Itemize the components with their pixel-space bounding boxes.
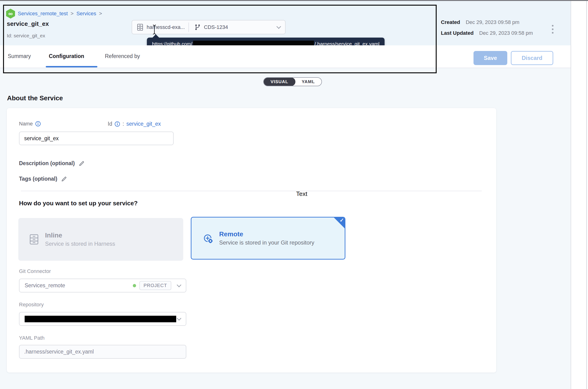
about-service-card: Name Id : service_git_ex xyxy=(7,108,496,373)
about-service-heading: About the Service xyxy=(7,95,63,102)
remote-subtitle: Service is stored in your Git repository xyxy=(219,239,314,246)
tab-referenced-by[interactable]: Referenced by xyxy=(105,53,140,60)
page-body: VISUAL YAML About the Service Name Id xyxy=(0,68,571,389)
id-label: Id xyxy=(108,121,112,127)
yaml-path-label: YAML Path xyxy=(19,335,45,341)
scope-badge: PROJECT xyxy=(139,281,171,290)
created-row: Created Dec 29, 2023 09:58 pm xyxy=(441,19,533,25)
git-connector-label: Git Connector xyxy=(19,268,51,274)
last-updated-row: Last Updated Dec 29, 2023 09:58 pm xyxy=(441,30,533,36)
tab-summary[interactable]: Summary xyxy=(8,53,31,60)
redacted-repository-value xyxy=(25,316,176,322)
section-divider xyxy=(21,191,482,191)
edit-pencil-icon[interactable] xyxy=(61,176,67,182)
stray-text-annotation: Text xyxy=(296,190,307,197)
save-button[interactable]: Save xyxy=(474,51,507,65)
toggle-visual[interactable]: VISUAL xyxy=(263,77,295,86)
repository-label: Repository xyxy=(19,302,44,308)
setup-question: How do you want to set up your service? xyxy=(19,200,138,207)
name-input[interactable] xyxy=(19,131,174,145)
app-window: ∞ Services_remote_test > Services > serv… xyxy=(0,1,571,389)
last-updated-label: Last Updated xyxy=(441,30,474,36)
repo-selector-value: harnesscd-exa... xyxy=(147,24,185,30)
yaml-path-input[interactable] xyxy=(19,345,186,359)
name-field-label: Name xyxy=(19,121,41,127)
remote-option-card[interactable]: Remote Service is stored in your Git rep… xyxy=(191,217,345,259)
branch-selector[interactable]: CDS-1234 xyxy=(195,24,280,31)
breadcrumb-separator: > xyxy=(99,11,102,17)
service-header: ∞ Services_remote_test > Services > serv… xyxy=(0,1,571,45)
git-connector-value: Services_remote xyxy=(25,282,65,289)
breadcrumb-separator: > xyxy=(71,11,74,17)
created-label: Created xyxy=(441,19,460,25)
repository-icon xyxy=(137,24,143,31)
edit-pencil-icon[interactable] xyxy=(79,161,85,166)
chevron-down-icon[interactable] xyxy=(177,283,181,287)
connector-status-dot xyxy=(133,284,136,287)
id-display: Id : service_git_ex xyxy=(108,121,161,127)
git-context-selector[interactable]: harnesscd-exa... CDS-1234 xyxy=(132,20,285,34)
branch-selector-value: CDS-1234 xyxy=(204,24,228,30)
breadcrumb: ∞ Services_remote_test > Services > xyxy=(6,9,102,19)
created-value: Dec 29, 2023 09:58 pm xyxy=(466,19,519,25)
repo-selector[interactable]: harnesscd-exa... xyxy=(137,24,187,31)
check-icon: ✓ xyxy=(340,217,344,223)
toggle-yaml[interactable]: YAML xyxy=(295,78,321,86)
harness-cd-module-icon: ∞ xyxy=(6,9,15,19)
inline-subtitle: Service is stored in Harness xyxy=(45,241,115,247)
selector-divider xyxy=(188,23,189,32)
id-colon: : xyxy=(122,121,124,127)
service-id-text: Id: service_git_ex xyxy=(7,33,45,38)
inline-storage-icon xyxy=(29,234,39,245)
breadcrumb-services-link[interactable]: Services xyxy=(77,11,96,17)
id-value-link[interactable]: service_git_ex xyxy=(126,121,161,127)
inline-title: Inline xyxy=(45,232,115,239)
repository-dropdown[interactable] xyxy=(19,312,186,326)
selected-check-badge: ✓ xyxy=(333,217,345,229)
git-branch-icon xyxy=(195,24,201,31)
info-icon[interactable] xyxy=(114,121,120,127)
tags-label: Tags (optional) xyxy=(19,176,57,182)
inline-option-card[interactable]: Inline Service is stored in Harness xyxy=(18,218,183,261)
tab-bar: Summary Configuration Referenced by Save… xyxy=(0,45,571,68)
discard-button[interactable]: Discard xyxy=(511,51,553,65)
remote-title: Remote xyxy=(219,230,314,238)
screenshot-root: ∞ Services_remote_test > Services > serv… xyxy=(0,0,588,389)
tags-row: Tags (optional) xyxy=(19,176,67,182)
page-title: service_git_ex xyxy=(7,20,49,28)
description-row: Description (optional) xyxy=(19,160,85,166)
window-right-edge xyxy=(586,1,587,389)
description-label: Description (optional) xyxy=(19,160,75,166)
visual-yaml-toggle: VISUAL YAML xyxy=(263,77,322,86)
header-more-options-icon[interactable] xyxy=(552,25,554,33)
last-updated-value: Dec 29, 2023 09:58 pm xyxy=(479,30,533,36)
git-connector-dropdown[interactable]: Services_remote PROJECT xyxy=(19,279,186,292)
chevron-down-icon[interactable] xyxy=(276,24,281,29)
breadcrumb-project-link[interactable]: Services_remote_test xyxy=(18,11,68,17)
tab-configuration[interactable]: Configuration xyxy=(49,53,84,60)
chevron-down-icon[interactable] xyxy=(177,316,181,321)
active-tab-underline xyxy=(46,66,97,67)
timestamps-block: Created Dec 29, 2023 09:58 pm Last Updat… xyxy=(441,19,533,41)
info-icon[interactable] xyxy=(35,121,41,127)
remote-storage-icon xyxy=(202,233,213,244)
